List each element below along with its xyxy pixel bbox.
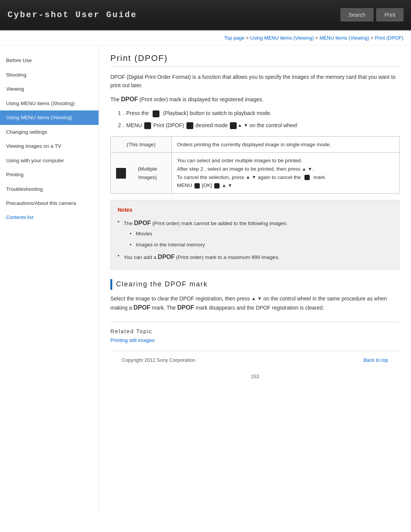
- multiple-images-label-container: (Multiple Images): [116, 165, 166, 181]
- intro-paragraph-1: DPOF (Digital Print Order Format) is a f…: [110, 73, 400, 90]
- press-arrow-1: ▲: [302, 166, 306, 173]
- step-1: 1．Press the (Playback) button to switch …: [118, 109, 400, 118]
- multiple-desc-p2: After step 2 , select an image to be pri…: [177, 165, 394, 173]
- table-cell-multiple-desc: You can select and order multiple images…: [172, 153, 400, 193]
- breadcrumb-link-print-dpof[interactable]: Print (DPOF): [375, 35, 403, 41]
- contents-list-link[interactable]: Contents list: [0, 211, 99, 224]
- related-topic-link[interactable]: Printing still images: [110, 337, 155, 343]
- table-cell-this-image-desc: Orders printing the currently displayed …: [172, 136, 400, 153]
- playback-button-icon: [153, 110, 159, 117]
- sidebar-item-computer[interactable]: Using with your computer: [0, 153, 99, 168]
- table-row-this-image: (This Image) Orders printing the current…: [111, 136, 400, 153]
- sidebar-item-viewing[interactable]: Viewing: [0, 82, 99, 96]
- cancel-arrow-2: ▼: [252, 174, 256, 181]
- breadcrumb-link-menu-viewing[interactable]: MENU items (Viewing): [320, 35, 370, 41]
- table-row-multiple-images: (Multiple Images) You can select and ord…: [111, 153, 400, 193]
- sidebar-item-menu-shooting[interactable]: Using MENU items (Shooting): [0, 96, 99, 111]
- ok-arrow-1: ▲: [222, 182, 226, 189]
- menu-ok-icon-1: [194, 183, 200, 189]
- breadcrumb: Top page > Using MENU items (Viewing) > …: [0, 30, 411, 46]
- multiple-images-icon: [116, 168, 126, 179]
- steps-list: 1．Press the (Playback) button to switch …: [118, 109, 400, 130]
- note-subitem-movies: Movies: [130, 230, 392, 238]
- cancel-mark-icon: [304, 175, 310, 180]
- sidebar-item-printing[interactable]: Printing: [0, 168, 99, 182]
- page-title: Print (DPOF): [110, 53, 400, 67]
- related-topic-title: Related Topic: [110, 328, 400, 334]
- table-cell-multiple-label: (Multiple Images): [111, 153, 172, 193]
- arrow-down-icon: ▼: [244, 121, 248, 130]
- dpof-mark-section: DPOF: [134, 304, 150, 311]
- main-content: Print (DPOF) DPOF (Digital Print Order F…: [99, 46, 411, 509]
- header-buttons: Search Print: [341, 8, 403, 21]
- note-item-2: You can add a DPOF (Print order) mark to…: [118, 252, 392, 262]
- menu-ctrl-icon-3: [230, 122, 237, 129]
- press-arrow-2: ▼: [308, 166, 312, 173]
- copyright: Copyright 2012 Sony Corporation: [122, 357, 195, 363]
- section-body: Select the image to clear the DPOF regis…: [110, 294, 400, 313]
- menu-ok-icon-2: [214, 183, 220, 189]
- multiple-desc-p3: To cancel the selection, press ▲ ▼ again…: [177, 173, 394, 182]
- ok-arrow-2: ▼: [228, 182, 232, 189]
- menu-ctrl-icon-1: [144, 122, 151, 129]
- multiple-desc-p1: You can select and order multiple images…: [177, 157, 394, 165]
- note-subitem-internal: Images in the internal memory: [130, 241, 392, 249]
- sidebar-item-menu-viewing[interactable]: Using MENU items (Viewing): [0, 110, 99, 125]
- sidebar-item-shooting[interactable]: Shooting: [0, 68, 99, 82]
- breadcrumb-link-viewing[interactable]: Using MENU items (Viewing): [250, 35, 314, 41]
- related-topic: Related Topic Printing still images: [110, 322, 400, 343]
- back-to-top-link[interactable]: Back to top: [363, 357, 388, 363]
- notes-list: The DPOF (Print order) mark cannot be ad…: [118, 218, 392, 262]
- cancel-arrow-1: ▲: [246, 174, 250, 181]
- notes-sublist-1: Movies Images in the internal memory: [124, 230, 392, 249]
- footer: Copyright 2012 Sony Corporation Back to …: [110, 351, 400, 369]
- sidebar-item-precautions[interactable]: Precautions/About this camera: [0, 196, 99, 211]
- breadcrumb-link-top[interactable]: Top page: [224, 35, 245, 41]
- dpof-mark-note1: DPOF: [134, 220, 151, 226]
- section-heading: Clearing the DPOF mark: [110, 279, 400, 290]
- intro-paragraph-2: The DPOF (Print order) mark is displayed…: [110, 94, 400, 104]
- breadcrumb-separator-3: >: [371, 35, 375, 41]
- breadcrumb-separator-2: >: [315, 35, 319, 41]
- multiple-images-text: (Multiple Images): [129, 165, 166, 181]
- dpof-mark-note2: DPOF: [158, 254, 175, 260]
- app-title: Cyber-shot User Guide: [8, 10, 137, 20]
- dpof-mark-1: DPOF: [121, 96, 138, 102]
- sidebar: Before Use Shooting Viewing Using MENU i…: [0, 46, 99, 509]
- note-item-1: The DPOF (Print order) mark cannot be ad…: [118, 218, 392, 249]
- step-2: 2．MENU Print (DPOF) desired mode ▲ ▼ on …: [118, 121, 400, 130]
- breadcrumb-separator-1: >: [246, 35, 250, 41]
- sidebar-item-changing-settings[interactable]: Changing settings: [0, 125, 99, 139]
- arrow-up-icon: ▲: [237, 121, 242, 130]
- search-button[interactable]: Search: [341, 8, 373, 21]
- multiple-desc-p4: MENU [OK] ▲ ▼: [177, 181, 394, 190]
- main-layout: Before Use Shooting Viewing Using MENU i…: [0, 46, 411, 509]
- header: Cyber-shot User Guide Search Print: [0, 0, 411, 30]
- clear-arrow-2: ▼: [257, 295, 262, 302]
- page-number: 153: [110, 369, 400, 387]
- dpof-mark-section2: DPOF: [177, 304, 194, 311]
- section-title: Clearing the DPOF mark: [116, 280, 208, 288]
- menu-ctrl-icon-2: [186, 122, 193, 129]
- modes-table: (This Image) Orders printing the current…: [110, 136, 400, 194]
- print-button[interactable]: Print: [376, 8, 403, 21]
- table-cell-this-image-label: (This Image): [111, 136, 172, 153]
- blue-bar-icon: [110, 279, 112, 290]
- sidebar-item-troubleshooting[interactable]: Troubleshooting: [0, 182, 99, 197]
- notes-box: Notes The DPOF (Print order) mark cannot…: [110, 200, 400, 270]
- clear-arrow-1: ▲: [251, 295, 256, 302]
- notes-title: Notes: [118, 206, 392, 215]
- sidebar-item-tv[interactable]: Viewing images on a TV: [0, 139, 99, 153]
- sidebar-item-before-use[interactable]: Before Use: [0, 53, 99, 68]
